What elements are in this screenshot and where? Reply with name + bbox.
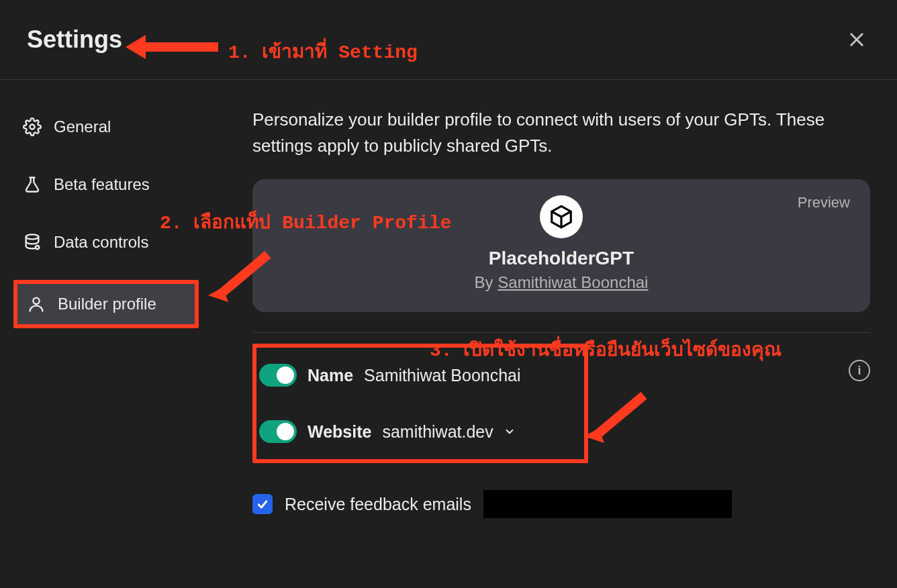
preview-card: Preview PlaceholderGPT By Samithiwat Boo… [252,179,870,312]
website-toggle-value: samithiwat.dev [382,422,493,441]
gpt-name: PlaceholderGPT [273,248,850,269]
website-toggle-label: Website [308,422,371,442]
website-toggle-row: Website samithiwat.dev [259,420,572,443]
gpt-avatar [540,195,583,238]
svg-point-3 [26,234,39,239]
profile-description: Personalize your builder profile to conn… [252,107,870,159]
chevron-down-icon [504,426,516,438]
cube-icon [549,204,574,230]
person-icon [27,295,46,313]
name-toggle-row: Name Samithiwat Boonchai [259,364,572,387]
close-icon [847,30,866,49]
close-button[interactable] [843,26,870,53]
svg-point-2 [30,125,35,130]
sidebar: General Beta features Data controls Buil… [0,80,212,518]
redacted-block [483,490,732,518]
gear-icon [23,117,42,136]
database-icon [23,233,42,252]
sidebar-item-beta-features[interactable]: Beta features [13,164,199,205]
sidebar-item-general[interactable]: General [13,107,199,147]
svg-point-4 [36,246,39,249]
sidebar-item-builder-profile[interactable]: Builder profile [13,280,199,328]
sidebar-item-label: Builder profile [58,295,156,313]
preview-badge: Preview [798,194,850,211]
sidebar-item-label: Beta features [54,175,150,194]
sidebar-item-label: Data controls [54,233,148,252]
name-toggle-label: Name [308,366,353,385]
by-prefix: By [475,273,498,291]
sidebar-item-data-controls[interactable]: Data controls [13,222,199,262]
feedback-checkbox[interactable] [252,494,273,514]
author-link[interactable]: Samithiwat Boonchai [498,273,648,291]
by-line: By Samithiwat Boonchai [273,273,850,292]
name-toggle-value: Samithiwat Boonchai [364,366,520,385]
check-icon [256,497,269,511]
feedback-label: Receive feedback emails [285,495,471,514]
dialog-header: Settings [0,0,897,80]
toggle-highlight-box: Name Samithiwat Boonchai Website samithi… [252,344,588,463]
website-dropdown[interactable]: samithiwat.dev [382,422,515,442]
info-button[interactable]: i [849,360,870,381]
divider [252,332,870,333]
website-toggle[interactable] [259,420,297,443]
content-panel: Personalize your builder profile to conn… [212,80,897,518]
feedback-row: Receive feedback emails [252,490,870,518]
name-toggle[interactable] [259,364,297,387]
svg-point-5 [33,298,39,304]
sidebar-item-label: General [54,117,111,136]
flask-icon [23,175,42,194]
page-title: Settings [27,26,122,54]
info-icon: i [857,364,861,378]
